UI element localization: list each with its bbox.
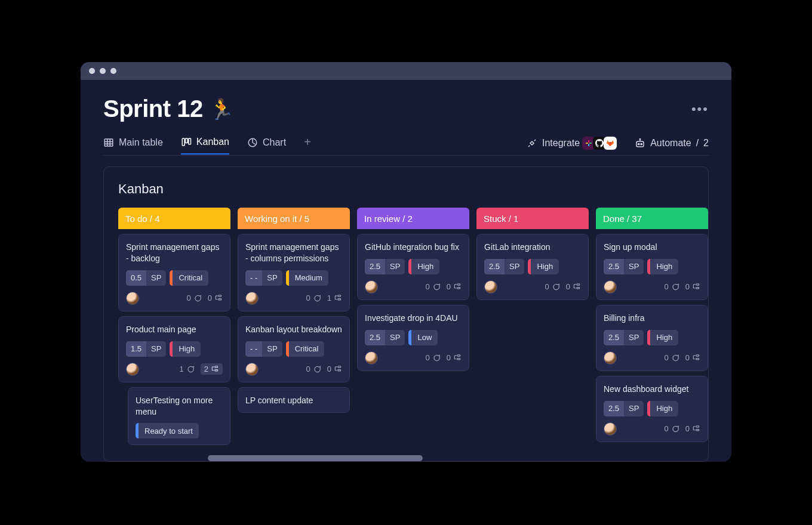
comments-count[interactable]: 0: [545, 282, 560, 291]
priority-badge[interactable]: Low: [408, 330, 438, 345]
story-points-value: 2.5: [365, 259, 385, 274]
add-view-button[interactable]: +: [304, 135, 311, 155]
subitems-count[interactable]: 0: [566, 282, 581, 291]
priority-badge[interactable]: High: [647, 330, 678, 345]
traffic-light-zoom[interactable]: [110, 68, 116, 74]
comments-count[interactable]: 0: [426, 282, 441, 291]
priority-badge[interactable]: High: [408, 259, 439, 274]
story-points-badge[interactable]: - -SP: [245, 341, 282, 357]
assignee-avatar[interactable]: [604, 280, 617, 294]
card-title: New dashboard widget: [604, 384, 700, 395]
assignee-avatar[interactable]: [365, 280, 378, 294]
assignee-avatar[interactable]: [245, 363, 259, 376]
svg-rect-25: [338, 298, 341, 299]
priority-badge[interactable]: Critical: [286, 341, 325, 357]
subitems-count[interactable]: 0: [685, 353, 700, 362]
comments-value: 0: [665, 282, 669, 291]
comments-count[interactable]: 0: [665, 282, 679, 291]
column-header-working[interactable]: Working on it / 5: [238, 208, 350, 229]
comments-count[interactable]: 0: [187, 294, 202, 302]
svg-point-19: [639, 138, 641, 140]
comments-count[interactable]: 0: [306, 294, 321, 302]
priority-badge[interactable]: Critical: [170, 270, 208, 286]
priority-badge[interactable]: Medium: [286, 270, 328, 286]
horizontal-scrollbar[interactable]: [208, 455, 423, 461]
card[interactable]: GitHub integration bug fix2.5SPHigh00: [357, 234, 469, 300]
assignee-avatar[interactable]: [245, 292, 259, 305]
comments-count[interactable]: 0: [306, 365, 321, 373]
story-points-badge[interactable]: 2.5SP: [604, 259, 644, 274]
card[interactable]: Kanban layout breakdown- -SPCritical00: [238, 316, 350, 382]
card-meta-row: 00: [604, 280, 700, 294]
assignee-avatar[interactable]: [126, 292, 139, 305]
automate-button[interactable]: Automate / 2: [635, 138, 709, 149]
subitems-count[interactable]: 1: [327, 294, 342, 302]
card[interactable]: Investigate drop in 4DAU2.5SPLow00: [357, 305, 469, 371]
kanban-board[interactable]: To do / 4Sprint management gaps - backlo…: [118, 208, 708, 461]
subitems-count[interactable]: 0: [685, 424, 700, 433]
story-points-badge[interactable]: 2.5SP: [365, 259, 405, 274]
subitems-count[interactable]: 0: [447, 353, 462, 362]
tab-kanban[interactable]: Kanban: [181, 137, 229, 155]
subitems-count[interactable]: 0: [327, 365, 342, 373]
subitems-count[interactable]: 0: [447, 282, 462, 291]
page-title-text: Sprint 12: [103, 95, 203, 122]
card[interactable]: Sprint management gaps - columns permiss…: [238, 234, 350, 311]
assignee-avatar[interactable]: [365, 351, 378, 365]
traffic-light-minimize[interactable]: [100, 68, 106, 74]
story-points-badge[interactable]: 1.5SP: [126, 341, 166, 357]
column-header-stuck[interactable]: Stuck / 1: [476, 208, 589, 229]
priority-badge[interactable]: High: [528, 259, 559, 274]
story-points-badge[interactable]: 2.5SP: [365, 330, 405, 345]
card[interactable]: LP content update: [238, 387, 350, 413]
assignee-avatar[interactable]: [604, 422, 617, 436]
svg-rect-31: [457, 358, 460, 359]
integration-icons: [585, 137, 617, 150]
app-window: Sprint 12 🏃 ••• Main table Kanban: [81, 62, 731, 462]
assignee-avatar[interactable]: [604, 351, 617, 365]
story-points-badge[interactable]: 2.5SP: [484, 259, 524, 274]
subitems-count[interactable]: 0: [208, 294, 223, 302]
priority-label: Critical: [173, 273, 208, 282]
column-header-todo[interactable]: To do / 4: [118, 208, 230, 229]
card-meta-right: 01: [306, 294, 342, 302]
card[interactable]: UserTesting on more menuReady to start: [128, 387, 230, 446]
content-area: Sprint 12 🏃 ••• Main table Kanban: [81, 80, 731, 462]
card-meta-right: 00: [187, 294, 223, 302]
priority-badge[interactable]: High: [170, 341, 201, 357]
card[interactable]: New dashboard widget2.5SPHigh00: [596, 376, 708, 442]
subitems-count[interactable]: 2: [201, 363, 223, 375]
svg-rect-22: [215, 366, 218, 367]
card[interactable]: Product main page1.5SPHigh12: [118, 316, 230, 382]
comments-count[interactable]: 0: [665, 424, 679, 433]
story-points-badge[interactable]: - -SP: [245, 270, 282, 286]
assignee-avatar[interactable]: [484, 280, 497, 294]
traffic-light-close[interactable]: [89, 68, 95, 74]
status-badge[interactable]: Ready to start: [136, 423, 199, 438]
more-menu-button[interactable]: •••: [691, 101, 709, 117]
column-header-done[interactable]: Done / 37: [596, 208, 708, 229]
story-points-value: 0.5: [126, 270, 146, 286]
story-points-badge[interactable]: 2.5SP: [604, 330, 644, 345]
story-points-badge[interactable]: 2.5SP: [604, 401, 644, 416]
comments-count[interactable]: 0: [665, 353, 679, 362]
comments-count[interactable]: 1: [180, 365, 195, 373]
tab-main-table[interactable]: Main table: [103, 137, 163, 154]
comments-value: 0: [545, 282, 549, 291]
card-meta-right: 00: [665, 424, 700, 433]
card-title: Kanban layout breakdown: [245, 324, 342, 335]
priority-badge[interactable]: High: [647, 401, 678, 416]
assignee-avatar[interactable]: [126, 363, 139, 376]
column-cards-stuck: GitLab integration2.5SPHigh00: [476, 234, 589, 300]
card[interactable]: Sign up modal2.5SPHigh00: [596, 234, 708, 300]
card[interactable]: Billing infra2.5SPHigh00: [596, 305, 708, 371]
subitems-count[interactable]: 0: [685, 282, 700, 291]
comments-count[interactable]: 0: [426, 353, 441, 362]
card[interactable]: Sprint management gaps - backlog0.5SPCri…: [118, 234, 230, 311]
tab-chart[interactable]: Chart: [247, 137, 286, 154]
integrate-button[interactable]: Integrate: [527, 137, 617, 150]
card[interactable]: GitLab integration2.5SPHigh00: [476, 234, 589, 300]
priority-badge[interactable]: High: [647, 259, 678, 274]
story-points-badge[interactable]: 0.5SP: [126, 270, 166, 286]
column-header-review[interactable]: In review / 2: [357, 208, 469, 229]
